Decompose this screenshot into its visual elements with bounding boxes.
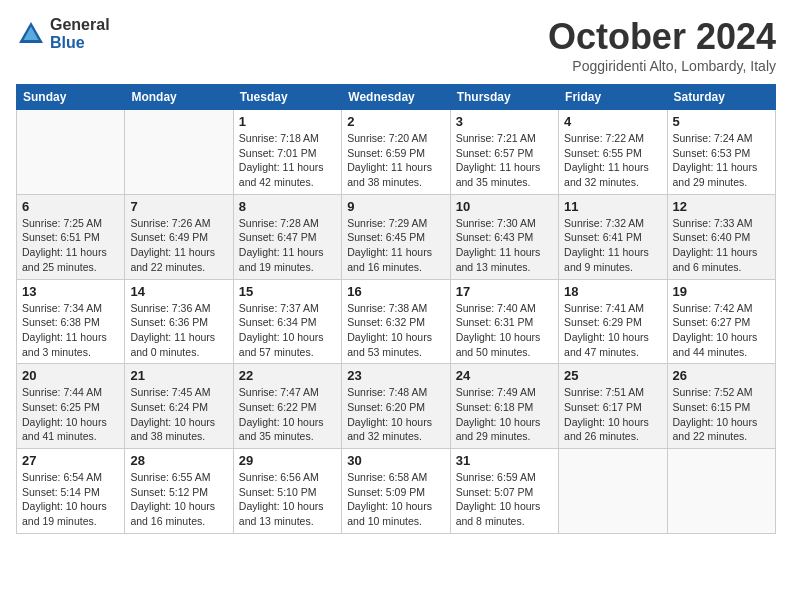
header-day-thursday: Thursday — [450, 85, 558, 110]
header-day-friday: Friday — [559, 85, 667, 110]
day-number: 18 — [564, 284, 661, 299]
day-info: Sunrise: 6:56 AM Sunset: 5:10 PM Dayligh… — [239, 470, 336, 529]
day-info: Sunrise: 7:26 AM Sunset: 6:49 PM Dayligh… — [130, 216, 227, 275]
day-number: 24 — [456, 368, 553, 383]
day-info: Sunrise: 7:20 AM Sunset: 6:59 PM Dayligh… — [347, 131, 444, 190]
calendar-cell: 23Sunrise: 7:48 AM Sunset: 6:20 PM Dayli… — [342, 364, 450, 449]
title-block: October 2024 Poggiridenti Alto, Lombardy… — [548, 16, 776, 74]
calendar-header: SundayMondayTuesdayWednesdayThursdayFrid… — [17, 85, 776, 110]
calendar-cell: 28Sunrise: 6:55 AM Sunset: 5:12 PM Dayli… — [125, 449, 233, 534]
day-number: 7 — [130, 199, 227, 214]
calendar-cell — [667, 449, 775, 534]
header-day-tuesday: Tuesday — [233, 85, 341, 110]
calendar-cell: 29Sunrise: 6:56 AM Sunset: 5:10 PM Dayli… — [233, 449, 341, 534]
header-day-sunday: Sunday — [17, 85, 125, 110]
calendar-cell: 12Sunrise: 7:33 AM Sunset: 6:40 PM Dayli… — [667, 194, 775, 279]
day-number: 16 — [347, 284, 444, 299]
calendar-cell: 6Sunrise: 7:25 AM Sunset: 6:51 PM Daylig… — [17, 194, 125, 279]
day-number: 14 — [130, 284, 227, 299]
calendar-cell: 16Sunrise: 7:38 AM Sunset: 6:32 PM Dayli… — [342, 279, 450, 364]
calendar-cell — [17, 110, 125, 195]
day-number: 26 — [673, 368, 770, 383]
calendar-cell: 19Sunrise: 7:42 AM Sunset: 6:27 PM Dayli… — [667, 279, 775, 364]
day-number: 12 — [673, 199, 770, 214]
calendar-table: SundayMondayTuesdayWednesdayThursdayFrid… — [16, 84, 776, 534]
day-info: Sunrise: 7:38 AM Sunset: 6:32 PM Dayligh… — [347, 301, 444, 360]
calendar-cell: 13Sunrise: 7:34 AM Sunset: 6:38 PM Dayli… — [17, 279, 125, 364]
day-number: 20 — [22, 368, 119, 383]
calendar-cell: 10Sunrise: 7:30 AM Sunset: 6:43 PM Dayli… — [450, 194, 558, 279]
calendar-cell: 8Sunrise: 7:28 AM Sunset: 6:47 PM Daylig… — [233, 194, 341, 279]
day-number: 25 — [564, 368, 661, 383]
calendar-cell: 25Sunrise: 7:51 AM Sunset: 6:17 PM Dayli… — [559, 364, 667, 449]
day-number: 28 — [130, 453, 227, 468]
day-info: Sunrise: 7:48 AM Sunset: 6:20 PM Dayligh… — [347, 385, 444, 444]
calendar-cell: 15Sunrise: 7:37 AM Sunset: 6:34 PM Dayli… — [233, 279, 341, 364]
day-info: Sunrise: 6:58 AM Sunset: 5:09 PM Dayligh… — [347, 470, 444, 529]
calendar-cell: 24Sunrise: 7:49 AM Sunset: 6:18 PM Dayli… — [450, 364, 558, 449]
day-info: Sunrise: 7:22 AM Sunset: 6:55 PM Dayligh… — [564, 131, 661, 190]
day-info: Sunrise: 7:21 AM Sunset: 6:57 PM Dayligh… — [456, 131, 553, 190]
calendar-week-4: 20Sunrise: 7:44 AM Sunset: 6:25 PM Dayli… — [17, 364, 776, 449]
day-info: Sunrise: 7:32 AM Sunset: 6:41 PM Dayligh… — [564, 216, 661, 275]
day-number: 31 — [456, 453, 553, 468]
day-number: 5 — [673, 114, 770, 129]
calendar-cell: 1Sunrise: 7:18 AM Sunset: 7:01 PM Daylig… — [233, 110, 341, 195]
day-info: Sunrise: 6:54 AM Sunset: 5:14 PM Dayligh… — [22, 470, 119, 529]
calendar-cell — [559, 449, 667, 534]
calendar-cell: 5Sunrise: 7:24 AM Sunset: 6:53 PM Daylig… — [667, 110, 775, 195]
day-info: Sunrise: 7:24 AM Sunset: 6:53 PM Dayligh… — [673, 131, 770, 190]
calendar-cell: 4Sunrise: 7:22 AM Sunset: 6:55 PM Daylig… — [559, 110, 667, 195]
day-info: Sunrise: 7:30 AM Sunset: 6:43 PM Dayligh… — [456, 216, 553, 275]
calendar-cell: 26Sunrise: 7:52 AM Sunset: 6:15 PM Dayli… — [667, 364, 775, 449]
day-info: Sunrise: 7:18 AM Sunset: 7:01 PM Dayligh… — [239, 131, 336, 190]
day-number: 21 — [130, 368, 227, 383]
header-row: SundayMondayTuesdayWednesdayThursdayFrid… — [17, 85, 776, 110]
calendar-cell: 7Sunrise: 7:26 AM Sunset: 6:49 PM Daylig… — [125, 194, 233, 279]
day-number: 23 — [347, 368, 444, 383]
day-info: Sunrise: 7:42 AM Sunset: 6:27 PM Dayligh… — [673, 301, 770, 360]
day-info: Sunrise: 7:44 AM Sunset: 6:25 PM Dayligh… — [22, 385, 119, 444]
day-number: 2 — [347, 114, 444, 129]
calendar-cell: 31Sunrise: 6:59 AM Sunset: 5:07 PM Dayli… — [450, 449, 558, 534]
calendar-cell: 21Sunrise: 7:45 AM Sunset: 6:24 PM Dayli… — [125, 364, 233, 449]
day-number: 4 — [564, 114, 661, 129]
day-number: 15 — [239, 284, 336, 299]
calendar-cell: 22Sunrise: 7:47 AM Sunset: 6:22 PM Dayli… — [233, 364, 341, 449]
calendar-location: Poggiridenti Alto, Lombardy, Italy — [548, 58, 776, 74]
day-number: 11 — [564, 199, 661, 214]
logo-text: General Blue — [50, 16, 110, 51]
day-info: Sunrise: 7:40 AM Sunset: 6:31 PM Dayligh… — [456, 301, 553, 360]
day-number: 1 — [239, 114, 336, 129]
logo-blue-text: Blue — [50, 34, 110, 52]
calendar-week-5: 27Sunrise: 6:54 AM Sunset: 5:14 PM Dayli… — [17, 449, 776, 534]
day-info: Sunrise: 7:29 AM Sunset: 6:45 PM Dayligh… — [347, 216, 444, 275]
calendar-week-2: 6Sunrise: 7:25 AM Sunset: 6:51 PM Daylig… — [17, 194, 776, 279]
day-info: Sunrise: 7:47 AM Sunset: 6:22 PM Dayligh… — [239, 385, 336, 444]
calendar-cell: 2Sunrise: 7:20 AM Sunset: 6:59 PM Daylig… — [342, 110, 450, 195]
header-day-monday: Monday — [125, 85, 233, 110]
calendar-body: 1Sunrise: 7:18 AM Sunset: 7:01 PM Daylig… — [17, 110, 776, 534]
day-number: 3 — [456, 114, 553, 129]
day-info: Sunrise: 6:59 AM Sunset: 5:07 PM Dayligh… — [456, 470, 553, 529]
day-info: Sunrise: 7:28 AM Sunset: 6:47 PM Dayligh… — [239, 216, 336, 275]
calendar-week-3: 13Sunrise: 7:34 AM Sunset: 6:38 PM Dayli… — [17, 279, 776, 364]
page-header: General Blue October 2024 Poggiridenti A… — [16, 16, 776, 74]
day-number: 8 — [239, 199, 336, 214]
logo-icon — [16, 19, 46, 49]
calendar-cell: 30Sunrise: 6:58 AM Sunset: 5:09 PM Dayli… — [342, 449, 450, 534]
day-number: 6 — [22, 199, 119, 214]
day-number: 17 — [456, 284, 553, 299]
calendar-cell: 9Sunrise: 7:29 AM Sunset: 6:45 PM Daylig… — [342, 194, 450, 279]
day-info: Sunrise: 6:55 AM Sunset: 5:12 PM Dayligh… — [130, 470, 227, 529]
day-info: Sunrise: 7:52 AM Sunset: 6:15 PM Dayligh… — [673, 385, 770, 444]
day-info: Sunrise: 7:25 AM Sunset: 6:51 PM Dayligh… — [22, 216, 119, 275]
day-number: 13 — [22, 284, 119, 299]
day-number: 29 — [239, 453, 336, 468]
day-info: Sunrise: 7:33 AM Sunset: 6:40 PM Dayligh… — [673, 216, 770, 275]
header-day-saturday: Saturday — [667, 85, 775, 110]
calendar-cell: 27Sunrise: 6:54 AM Sunset: 5:14 PM Dayli… — [17, 449, 125, 534]
day-info: Sunrise: 7:34 AM Sunset: 6:38 PM Dayligh… — [22, 301, 119, 360]
calendar-cell — [125, 110, 233, 195]
calendar-cell: 17Sunrise: 7:40 AM Sunset: 6:31 PM Dayli… — [450, 279, 558, 364]
